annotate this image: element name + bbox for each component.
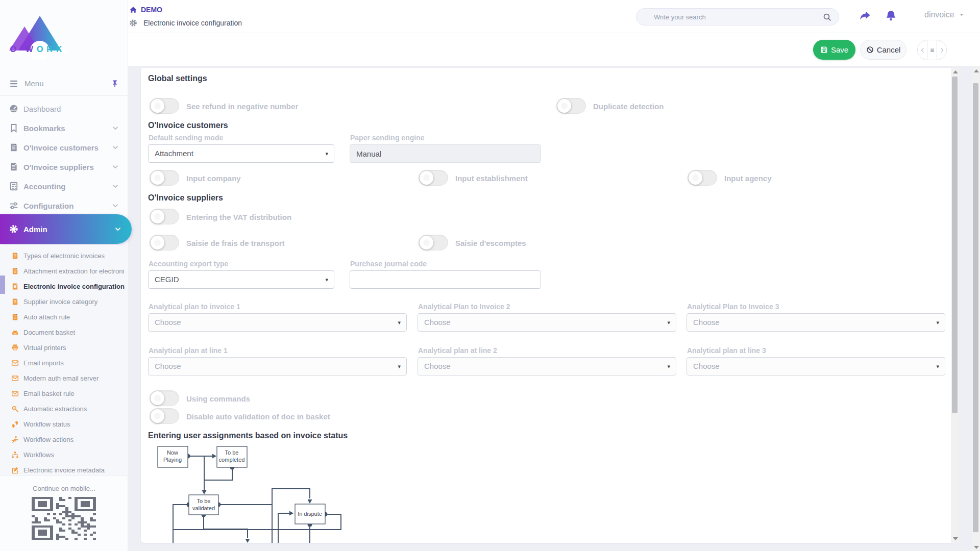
pin-sidebar-icon[interactable]: [111, 80, 119, 88]
submenu-item-types-of-electronic-invoices[interactable]: Types of electronic invoices: [0, 248, 128, 263]
panel-scrollbar[interactable]: [951, 68, 959, 543]
toggle-saisie-frais-transport[interactable]: [150, 235, 179, 251]
toggle-label-duplicate: Duplicate detection: [593, 102, 664, 111]
section-heading-user-assignments: Entering user assignments based on invoi…: [148, 431, 348, 440]
accounting-export-type-select[interactable]: CEGID▾: [148, 270, 334, 289]
section-heading-oinvoice-customers: O'Invoice customers: [148, 121, 228, 130]
floppy-icon: [820, 46, 828, 54]
search-bar: [636, 8, 839, 26]
chevron-down-icon: [112, 202, 119, 209]
toggle-input-company[interactable]: [150, 170, 179, 186]
default-sending-mode-select[interactable]: Attachment▾: [148, 144, 334, 163]
toggle-label-transport: Saisie de frais de transport: [186, 239, 285, 247]
ban-icon: [866, 46, 874, 54]
page-scrollbar[interactable]: [972, 66, 980, 551]
purchase-journal-code-input[interactable]: [350, 270, 541, 289]
submenu-item-attachment-extraction[interactable]: Attachment extraction for electroni: [0, 263, 128, 279]
sidebar-menu-row: Menu: [0, 71, 128, 96]
svg-text:Playing: Playing: [163, 457, 182, 463]
section-heading-global-settings: Global settings: [148, 74, 207, 83]
calculator-icon: [9, 182, 18, 191]
sidebar-item-oinvoice-suppliers[interactable]: O'Invoice suppliers: [0, 157, 128, 177]
toggle-disable-auto-validation[interactable]: [150, 408, 179, 424]
search-input[interactable]: [654, 13, 823, 21]
field-label-purchase-journal-code: Purchase journal code: [350, 260, 427, 268]
submenu-item-workflows[interactable]: Workflows: [0, 447, 128, 462]
sidebar-item-oinvoice-customers[interactable]: O'Invoice customers: [0, 138, 128, 157]
toggle-label-disable-auto: Disable auto validation of doc in basket: [186, 412, 330, 421]
analytical-plan-line-2-select[interactable]: Choose▾: [418, 357, 676, 375]
chevron-down-icon: [112, 163, 119, 170]
submenu-item-electronic-invoice-configuration[interactable]: Electronic invoice configuration: [0, 279, 128, 294]
edit-icon: [11, 466, 19, 474]
analytical-plan-line-3-select[interactable]: Choose▾: [687, 357, 945, 375]
toggle-label-input-establishment: Input establishment: [455, 174, 528, 183]
toggle-vat-distribution[interactable]: [150, 209, 179, 224]
select-caret-icon: ▾: [398, 314, 401, 331]
submenu-item-modern-auth-email-server[interactable]: Modern auth email server: [0, 370, 128, 386]
select-caret-icon: ▾: [325, 271, 328, 288]
chevron-down-icon: [112, 144, 119, 151]
pager-previous-button[interactable]: [918, 40, 927, 60]
analytical-plan-line-1-select[interactable]: Choose▾: [148, 357, 407, 375]
pager-list-button[interactable]: [927, 40, 937, 60]
logo-wordmark: O'WORK: [7, 45, 68, 54]
breadcrumb-home[interactable]: DEMO: [129, 6, 162, 14]
svg-text:In dispute: In dispute: [298, 511, 322, 517]
submenu-item-virtual-printers[interactable]: Virtual printers: [0, 340, 128, 355]
select-caret-icon: ▾: [398, 358, 401, 375]
workflow-diagram[interactable]: NowPlaying To becompleted To bevalidated…: [153, 445, 357, 543]
svg-text:validated: validated: [192, 505, 215, 511]
analytical-plan-invoice-1-select[interactable]: Choose▾: [148, 313, 407, 332]
search-icon[interactable]: [823, 13, 831, 21]
user-menu[interactable]: dinvoice: [924, 10, 965, 19]
toggle-input-establishment[interactable]: [419, 170, 448, 186]
submenu-item-workflow-actions[interactable]: Workflow actions: [0, 432, 128, 447]
submenu-item-email-imports[interactable]: Email imports: [0, 355, 128, 370]
submenu-item-email-basket-rule[interactable]: Email basket rule: [0, 386, 128, 401]
submenu-item-auto-attach-rule[interactable]: Auto attach rule: [0, 309, 128, 324]
submenu-item-electronic-invoice-metadata[interactable]: Electronic invoice metadata: [0, 462, 128, 475]
toggle-input-agency[interactable]: [688, 170, 717, 186]
printer-icon: [11, 344, 19, 352]
submenu-item-workflow-status[interactable]: Workflow status: [0, 416, 128, 432]
select-caret-icon: ▾: [936, 358, 939, 375]
toggle-label-commands: Using commands: [186, 394, 250, 403]
svg-text:To be: To be: [197, 498, 211, 504]
qr-code: [32, 497, 96, 540]
sidebar-item-admin[interactable]: Admin: [0, 214, 132, 244]
envelope-icon: [11, 359, 19, 367]
submenu-item-document-basket[interactable]: Document basket: [0, 324, 128, 340]
pager-next-button[interactable]: [937, 40, 946, 60]
sidebar-item-bookmarks[interactable]: Bookmarks: [0, 118, 128, 138]
toggle-label-input-company: Input company: [186, 174, 241, 183]
active-item-indicator: [0, 276, 5, 294]
field-label-plan-invoice-3: Analytical Plan to Invoice 3: [687, 303, 779, 311]
field-label-accounting-export-type: Accounting export type: [149, 260, 228, 268]
inbox-icon: [11, 329, 19, 336]
file-icon: [11, 313, 19, 321]
analytical-plan-invoice-3-select[interactable]: Choose▾: [687, 313, 945, 332]
save-button[interactable]: Save: [813, 40, 855, 60]
breadcrumb-page: Electronic invoice configuration: [129, 19, 242, 27]
hamburger-icon[interactable]: [9, 79, 18, 88]
app-logo[interactable]: O'WORK: [7, 2, 68, 59]
sidebar-item-configuration[interactable]: Configuration: [0, 196, 128, 215]
submenu-item-automatic-extractions[interactable]: Automatic extractions: [0, 401, 128, 416]
svg-text:completed: completed: [219, 457, 245, 463]
sidebar-item-accounting[interactable]: Accounting: [0, 177, 128, 196]
toggle-saisie-escomptes[interactable]: [419, 235, 448, 251]
bell-icon[interactable]: [885, 10, 897, 21]
gauge-icon: [9, 104, 18, 113]
cancel-button[interactable]: Cancel: [860, 40, 906, 60]
toggle-using-commands[interactable]: [150, 390, 179, 406]
sidebar-item-dashboard[interactable]: Dashboard: [0, 99, 128, 118]
caret-down-icon: [959, 12, 965, 18]
page-title: Electronic invoice configuration: [143, 19, 242, 27]
toggle-see-refund-negative[interactable]: [150, 98, 179, 114]
toggle-duplicate-detection[interactable]: [556, 98, 586, 114]
share-icon[interactable]: [859, 10, 871, 21]
submenu-item-supplier-invoice-category[interactable]: Supplier invoice category: [0, 294, 128, 309]
analytical-plan-invoice-2-select[interactable]: Choose▾: [418, 313, 676, 332]
continue-on-mobile-text: Continue on mobile...: [0, 485, 128, 492]
